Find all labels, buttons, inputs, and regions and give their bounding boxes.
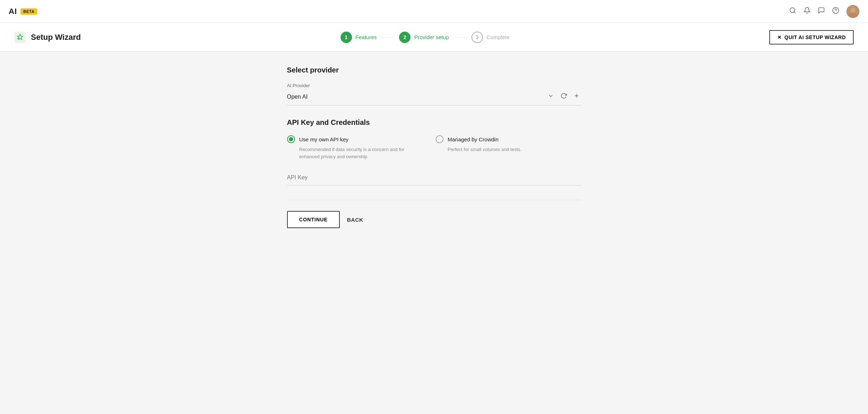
svg-point-0 [790,8,795,13]
radio-option-managed: Managed by Crowdin Perfect for small vol… [436,135,522,160]
navbar-right [789,5,859,18]
quit-icon: ✕ [777,34,782,40]
svg-point-5 [850,8,855,13]
wizard-steps: 1 Features ········ 2 Provider setup ···… [341,32,510,43]
provider-section-title: Select provider [287,66,581,74]
provider-field-label: AI Provider [287,83,581,88]
api-section-title: API Key and Credentials [287,118,581,127]
svg-line-1 [794,12,796,13]
step-2-circle: 2 [399,32,410,43]
continue-label: CONTINUE [299,217,328,222]
back-label: BACK [347,217,363,223]
radio-row-own-key[interactable]: Use my own API key [287,135,407,143]
wizard-icon [14,32,26,43]
step-3-circle: 3 [471,32,483,43]
wizard-title-group: Setup Wizard [14,32,81,43]
provider-select-row: Open AI [287,91,581,105]
search-icon[interactable] [789,7,796,16]
step-dots-2: ········ [452,35,468,40]
provider-refresh-button[interactable] [559,91,568,102]
provider-select-actions [546,91,581,102]
radio-own-key-label: Use my own API key [299,136,349,142]
step-dots-1: ········ [380,35,396,40]
provider-selected-value: Open AI [287,94,542,100]
action-buttons: CONTINUE BACK [287,211,581,228]
help-icon[interactable] [832,7,839,16]
step-3: 3 Complete [471,32,510,43]
quit-wizard-button[interactable]: ✕ QUIT AI SETUP WIZARD [769,30,854,44]
continue-button[interactable]: CONTINUE [287,211,340,228]
action-divider [287,200,581,200]
navbar: AI BETA [0,0,868,23]
svg-rect-7 [14,32,26,43]
radio-options: Use my own API key Recommended if data s… [287,135,581,160]
step-1: 1 Features [341,32,377,43]
radio-managed-desc: Perfect for small volumes and tests. [448,146,522,153]
radio-option-own-key: Use my own API key Recommended if data s… [287,135,407,160]
radio-own-key-desc: Recommended if data security is a concer… [299,146,407,160]
bell-icon[interactable] [803,7,811,16]
wizard-header: Setup Wizard 1 Features ········ 2 Provi… [0,23,868,52]
radio-row-managed[interactable]: Managed by Crowdin [436,135,522,143]
provider-dropdown-button[interactable] [546,91,555,102]
step-2-label: Provider setup [414,34,449,40]
step-1-label: Features [356,34,377,40]
api-key-input-wrap [287,173,581,185]
step-2: 2 Provider setup [399,32,449,43]
api-section: API Key and Credentials Use my own API k… [287,118,581,185]
radio-managed-label: Managed by Crowdin [448,136,499,142]
message-icon[interactable] [818,7,825,16]
provider-add-button[interactable] [572,91,581,102]
beta-badge: BETA [20,8,37,15]
radio-own-key[interactable] [287,135,295,143]
step-1-circle: 1 [341,32,352,43]
main-content: Select provider AI Provider Open AI [273,66,596,228]
step-3-label: Complete [487,34,510,40]
wizard-title-text: Setup Wizard [31,33,81,42]
navbar-left: AI BETA [9,7,37,16]
user-avatar[interactable] [846,5,859,18]
provider-section: Select provider AI Provider Open AI [287,66,581,105]
api-key-input[interactable] [287,173,581,182]
quit-label: QUIT AI SETUP WIZARD [784,34,846,40]
back-button[interactable]: BACK [347,217,363,223]
app-brand: AI [9,7,17,16]
radio-managed[interactable] [436,135,444,143]
